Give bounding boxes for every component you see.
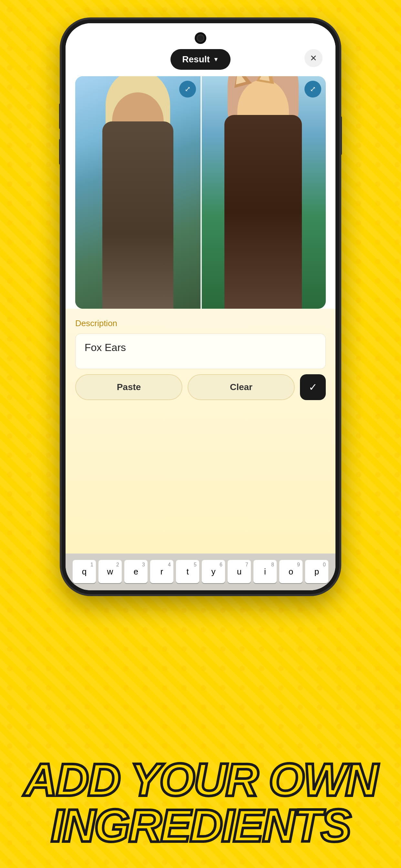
description-text: Fox Ears [85, 342, 126, 353]
key-q-number: 1 [90, 562, 93, 568]
result-label: Result [182, 54, 210, 65]
key-i[interactable]: 8 i [253, 560, 277, 583]
close-button[interactable]: ✕ [305, 49, 322, 67]
result-button[interactable]: Result ▼ [171, 49, 230, 70]
bottom-text-line1: ADD YOUR OWN [0, 757, 401, 803]
key-w[interactable]: 2 w [98, 560, 122, 583]
anime-image: ⤢ [201, 76, 326, 309]
body-left [102, 121, 174, 309]
key-t[interactable]: 5 t [176, 560, 199, 583]
key-r-number: 4 [168, 562, 171, 568]
clear-label: Clear [230, 382, 252, 392]
key-o-letter: o [289, 567, 293, 577]
key-o[interactable]: 9 o [279, 560, 303, 583]
move-icon-left[interactable]: ⤢ [179, 81, 196, 97]
key-r[interactable]: 4 r [150, 560, 174, 583]
image-divider [201, 76, 202, 309]
key-w-number: 2 [116, 562, 119, 568]
description-label: Description [75, 318, 326, 329]
description-input[interactable]: Fox Ears [75, 334, 326, 369]
key-y-letter: y [212, 567, 216, 577]
move-icon-right-symbol: ⤢ [310, 85, 316, 93]
key-y[interactable]: 6 y [202, 560, 225, 583]
confirm-button[interactable]: ✓ [300, 374, 326, 400]
image-comparison-area: ⤢ ⤢ [75, 76, 326, 309]
move-icon-left-symbol: ⤢ [185, 85, 190, 93]
key-y-number: 6 [220, 562, 222, 568]
volume-up-button [59, 103, 62, 129]
chevron-down-icon: ▼ [213, 56, 219, 63]
key-e-letter: e [134, 567, 138, 577]
key-u[interactable]: 7 u [227, 560, 251, 583]
key-t-number: 5 [194, 562, 197, 568]
camera-notch [195, 32, 206, 44]
key-q-letter: q [82, 567, 87, 577]
action-buttons: Paste Clear ✓ [75, 374, 326, 400]
key-i-letter: i [264, 567, 266, 577]
checkmark-icon: ✓ [309, 381, 317, 393]
key-i-number: 8 [271, 562, 274, 568]
power-button [339, 116, 342, 155]
key-w-letter: w [107, 567, 113, 577]
original-image: ⤢ [75, 76, 201, 309]
close-icon: ✕ [310, 53, 317, 63]
paste-button[interactable]: Paste [75, 374, 182, 400]
key-e-number: 3 [142, 562, 145, 568]
keyboard: 1 q 2 w 3 e 4 r [66, 554, 335, 590]
key-u-number: 7 [245, 562, 248, 568]
key-r-letter: r [160, 567, 163, 577]
anime-body [224, 115, 302, 309]
key-u-letter: u [237, 567, 242, 577]
key-t-letter: t [186, 567, 189, 577]
description-section: Description Fox Ears Paste Clear ✓ [66, 309, 335, 554]
volume-down-button [59, 139, 62, 165]
top-bar: Result ▼ ✕ [66, 23, 335, 76]
key-q[interactable]: 1 q [73, 560, 96, 583]
bottom-text: ADD YOUR OWN INGREDIENTS [0, 757, 401, 848]
keyboard-row-1: 1 q 2 w 3 e 4 r [69, 560, 332, 583]
move-icon-right[interactable]: ⤢ [305, 81, 321, 97]
paste-label: Paste [117, 382, 141, 392]
key-p-number: 0 [323, 562, 326, 568]
key-o-number: 9 [297, 562, 300, 568]
clear-button[interactable]: Clear [188, 374, 295, 400]
key-e[interactable]: 3 e [124, 560, 148, 583]
phone-wrapper: Result ▼ ✕ ⤢ [62, 20, 339, 594]
bottom-text-line2: INGREDIENTS [0, 803, 401, 848]
key-p-letter: p [314, 567, 319, 577]
phone-frame: Result ▼ ✕ ⤢ [62, 20, 339, 594]
key-p[interactable]: 0 p [305, 560, 328, 583]
phone-screen: Result ▼ ✕ ⤢ [66, 23, 335, 590]
